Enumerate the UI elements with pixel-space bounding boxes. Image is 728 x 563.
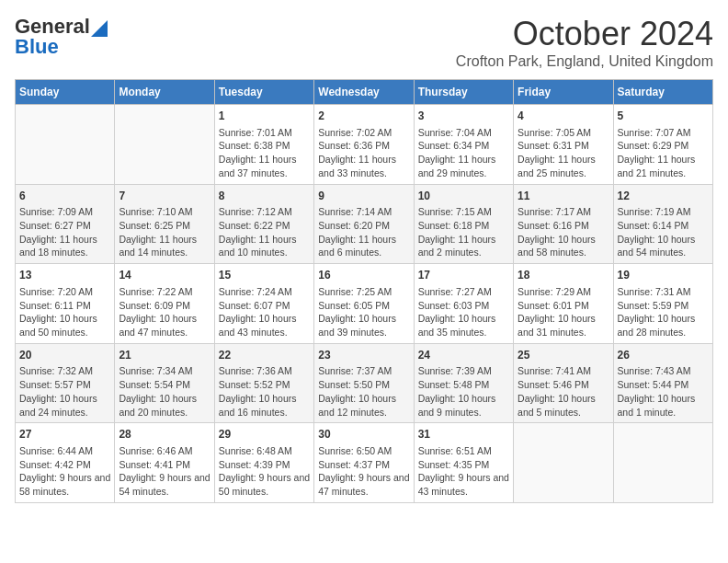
day-info: Sunset: 6:07 PM	[219, 299, 310, 313]
day-info: Sunrise: 7:07 AM	[618, 126, 709, 140]
day-info: Sunrise: 7:36 AM	[219, 364, 310, 378]
calendar-day-cell	[514, 423, 613, 503]
calendar-day-cell: 26Sunrise: 7:43 AMSunset: 5:44 PMDayligh…	[613, 343, 712, 423]
day-info: Sunset: 6:16 PM	[518, 219, 609, 233]
day-info: Sunset: 6:22 PM	[219, 219, 310, 233]
calendar-day-cell	[16, 105, 115, 185]
day-number: 6	[19, 189, 110, 204]
calendar-day-cell	[613, 423, 712, 503]
calendar-week-row: 6Sunrise: 7:09 AMSunset: 6:27 PMDaylight…	[16, 184, 713, 264]
day-info: Sunrise: 7:39 AM	[418, 364, 509, 378]
calendar-day-cell: 20Sunrise: 7:32 AMSunset: 5:57 PMDayligh…	[16, 343, 115, 423]
day-info: Sunrise: 7:01 AM	[219, 126, 310, 140]
day-info: Daylight: 9 hours and 50 minutes.	[219, 471, 310, 498]
day-info: Sunset: 6:34 PM	[418, 139, 509, 153]
weekday-header-sunday: Sunday	[16, 80, 115, 105]
day-info: Daylight: 10 hours and 31 minutes.	[518, 312, 609, 339]
day-info: Daylight: 10 hours and 43 minutes.	[219, 312, 310, 339]
calendar-day-cell: 23Sunrise: 7:37 AMSunset: 5:50 PMDayligh…	[314, 343, 414, 423]
weekday-header-monday: Monday	[115, 80, 214, 105]
day-number: 25	[518, 348, 609, 363]
day-info: Daylight: 11 hours and 37 minutes.	[219, 153, 310, 179]
logo: General Blue	[15, 15, 108, 59]
day-info: Sunset: 5:52 PM	[219, 378, 310, 392]
day-info: Sunset: 4:37 PM	[318, 458, 409, 472]
calendar-day-cell: 19Sunrise: 7:31 AMSunset: 5:59 PMDayligh…	[613, 264, 712, 344]
weekday-header-tuesday: Tuesday	[214, 80, 313, 105]
day-info: Daylight: 9 hours and 54 minutes.	[119, 471, 210, 498]
day-info: Daylight: 10 hours and 24 minutes.	[19, 392, 110, 419]
day-number: 24	[418, 348, 509, 363]
day-info: Daylight: 11 hours and 33 minutes.	[318, 153, 409, 179]
calendar-day-cell: 8Sunrise: 7:12 AMSunset: 6:22 PMDaylight…	[214, 184, 313, 264]
day-info: Sunrise: 6:46 AM	[119, 444, 210, 458]
calendar-day-cell: 1Sunrise: 7:01 AMSunset: 6:38 PMDaylight…	[214, 105, 313, 185]
day-info: Sunrise: 7:12 AM	[219, 205, 310, 219]
calendar-day-cell: 28Sunrise: 6:46 AMSunset: 4:41 PMDayligh…	[115, 423, 214, 503]
calendar-day-cell: 30Sunrise: 6:50 AMSunset: 4:37 PMDayligh…	[314, 423, 414, 503]
title-area: October 2024 Crofton Park, England, Unit…	[456, 15, 713, 70]
calendar-day-cell: 21Sunrise: 7:34 AMSunset: 5:54 PMDayligh…	[115, 343, 214, 423]
calendar-day-cell: 7Sunrise: 7:10 AMSunset: 6:25 PMDaylight…	[115, 184, 214, 264]
calendar-day-cell: 3Sunrise: 7:04 AMSunset: 6:34 PMDaylight…	[414, 105, 513, 185]
day-info: Sunrise: 7:10 AM	[119, 205, 210, 219]
day-info: Daylight: 9 hours and 58 minutes.	[19, 471, 110, 498]
day-number: 8	[219, 189, 310, 204]
calendar-day-cell: 13Sunrise: 7:20 AMSunset: 6:11 PMDayligh…	[16, 264, 115, 344]
calendar-header-row: SundayMondayTuesdayWednesdayThursdayFrid…	[16, 80, 713, 105]
day-info: Sunrise: 7:05 AM	[518, 126, 609, 140]
day-number: 11	[518, 189, 609, 204]
calendar-day-cell: 29Sunrise: 6:48 AMSunset: 4:39 PMDayligh…	[214, 423, 313, 503]
day-info: Daylight: 11 hours and 21 minutes.	[618, 153, 709, 179]
day-number: 17	[418, 268, 509, 283]
day-info: Sunset: 5:44 PM	[618, 378, 709, 392]
calendar-week-row: 20Sunrise: 7:32 AMSunset: 5:57 PMDayligh…	[16, 343, 713, 423]
day-info: Sunset: 6:38 PM	[219, 139, 310, 153]
day-number: 28	[119, 427, 210, 442]
day-info: Daylight: 10 hours and 35 minutes.	[418, 312, 509, 339]
calendar-day-cell: 9Sunrise: 7:14 AMSunset: 6:20 PMDaylight…	[314, 184, 414, 264]
day-info: Daylight: 10 hours and 39 minutes.	[318, 312, 409, 339]
day-number: 19	[618, 268, 709, 283]
calendar-day-cell: 15Sunrise: 7:24 AMSunset: 6:07 PMDayligh…	[214, 264, 313, 344]
day-info: Sunset: 6:18 PM	[418, 219, 509, 233]
day-info: Sunrise: 7:14 AM	[318, 205, 409, 219]
day-info: Sunrise: 7:32 AM	[19, 364, 110, 378]
calendar-day-cell: 5Sunrise: 7:07 AMSunset: 6:29 PMDaylight…	[613, 105, 712, 185]
calendar-day-cell: 4Sunrise: 7:05 AMSunset: 6:31 PMDaylight…	[514, 105, 613, 185]
day-info: Sunrise: 7:22 AM	[119, 285, 210, 299]
calendar-day-cell: 17Sunrise: 7:27 AMSunset: 6:03 PMDayligh…	[414, 264, 513, 344]
calendar-day-cell: 22Sunrise: 7:36 AMSunset: 5:52 PMDayligh…	[214, 343, 313, 423]
day-info: Sunrise: 7:02 AM	[318, 126, 409, 140]
day-info: Sunset: 4:39 PM	[219, 458, 310, 472]
calendar-day-cell: 12Sunrise: 7:19 AMSunset: 6:14 PMDayligh…	[613, 184, 712, 264]
day-number: 16	[318, 268, 409, 283]
weekday-header-thursday: Thursday	[414, 80, 513, 105]
calendar-day-cell: 18Sunrise: 7:29 AMSunset: 6:01 PMDayligh…	[514, 264, 613, 344]
day-info: Sunrise: 7:31 AM	[618, 285, 709, 299]
day-info: Sunset: 6:25 PM	[119, 219, 210, 233]
day-info: Daylight: 10 hours and 54 minutes.	[618, 233, 709, 259]
day-number: 4	[518, 109, 609, 124]
day-number: 22	[219, 348, 310, 363]
day-number: 12	[618, 189, 709, 204]
day-info: Sunrise: 7:09 AM	[19, 205, 110, 219]
page-header: General Blue October 2024 Crofton Park, …	[15, 15, 713, 70]
day-number: 9	[318, 189, 409, 204]
day-info: Sunrise: 7:34 AM	[119, 364, 210, 378]
day-info: Daylight: 10 hours and 58 minutes.	[518, 233, 609, 259]
location-subtitle: Crofton Park, England, United Kingdom	[456, 53, 713, 70]
day-info: Sunrise: 7:24 AM	[219, 285, 310, 299]
day-info: Daylight: 9 hours and 43 minutes.	[418, 471, 509, 498]
day-number: 30	[318, 427, 409, 442]
day-info: Sunset: 6:05 PM	[318, 299, 409, 313]
day-info: Daylight: 10 hours and 16 minutes.	[219, 392, 310, 419]
day-info: Sunrise: 6:44 AM	[19, 444, 110, 458]
calendar-day-cell: 2Sunrise: 7:02 AMSunset: 6:36 PMDaylight…	[314, 105, 414, 185]
calendar-day-cell: 10Sunrise: 7:15 AMSunset: 6:18 PMDayligh…	[414, 184, 513, 264]
day-number: 13	[19, 268, 110, 283]
day-info: Daylight: 10 hours and 12 minutes.	[318, 392, 409, 419]
weekday-header-saturday: Saturday	[613, 80, 712, 105]
day-info: Sunset: 6:11 PM	[19, 299, 110, 313]
day-number: 14	[119, 268, 210, 283]
